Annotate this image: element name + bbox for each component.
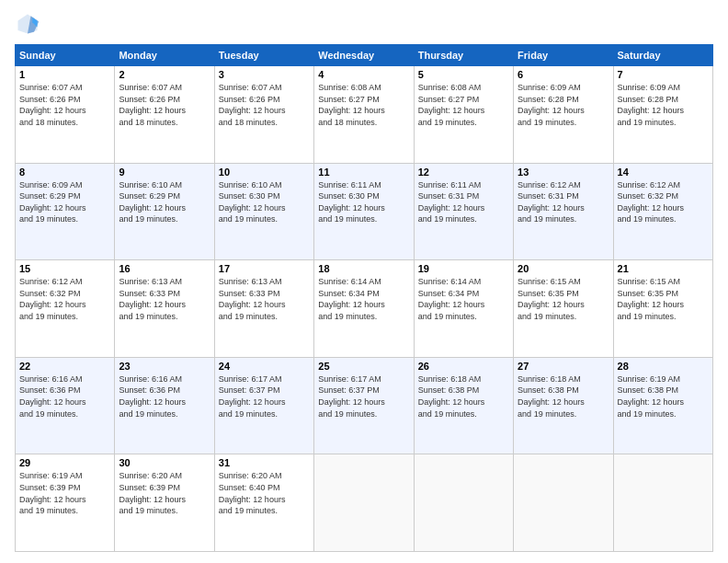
calendar-header-wednesday: Wednesday [314,45,414,66]
sunrise-label: Sunrise: [219,374,252,384]
daylight-label: Daylight: 12 hours [618,300,685,309]
sunrise-time: 6:13 AM [251,277,281,286]
day-number: 27 [518,361,609,372]
calendar-cell: 26 Sunrise: 6:18 AM Sunset: 6:38 PM Dayl… [414,357,513,454]
sunset-label: Sunset: [618,385,648,395]
daylight-minutes: and 19 minutes. [618,118,677,127]
daylight-minutes: and 19 minutes. [219,409,278,419]
day-number: 20 [518,263,609,274]
sunrise-time: 6:07 AM [152,83,182,92]
sunrise-time: 6:16 AM [52,374,83,384]
sunrise-label: Sunrise: [618,180,651,190]
day-number: 3 [219,69,310,80]
sunrise-label: Sunrise: [518,277,551,286]
daylight-minutes: and 19 minutes. [219,506,278,515]
day-info: Sunrise: 6:18 AM Sunset: 6:38 PM Dayligh… [418,373,509,419]
sunset-label: Sunset: [618,191,648,201]
page: SundayMondayTuesdayWednesdayThursdayFrid… [0,0,728,563]
sunset-time: 6:32 PM [50,289,81,298]
day-number: 14 [618,167,709,178]
calendar-header-saturday: Saturday [613,45,712,66]
day-number: 11 [318,167,409,178]
sunset-label: Sunset: [418,289,449,298]
sunset-label: Sunset: [418,385,449,395]
daylight-minutes: and 19 minutes. [318,312,377,321]
sunset-label: Sunset: [618,95,648,104]
sunrise-time: 6:07 AM [251,83,281,92]
daylight-minutes: and 19 minutes. [418,214,477,224]
day-number: 24 [219,361,310,372]
sunset-label: Sunset: [19,385,50,395]
sunrise-time: 6:18 AM [450,374,481,384]
calendar-cell: 28 Sunrise: 6:19 AM Sunset: 6:38 PM Dayl… [613,357,712,454]
day-number: 7 [618,69,709,80]
daylight-minutes: and 18 minutes. [19,118,78,127]
sunrise-label: Sunrise: [418,83,451,92]
calendar-header-friday: Friday [514,45,613,66]
sunset-time: 6:35 PM [648,289,679,298]
sunset-label: Sunset: [518,385,548,395]
calendar-cell: 7 Sunrise: 6:09 AM Sunset: 6:28 PM Dayli… [613,66,712,164]
sunrise-time: 6:19 AM [52,471,83,480]
calendar-cell: 18 Sunrise: 6:14 AM Sunset: 6:34 PM Dayl… [314,260,414,358]
sunrise-label: Sunrise: [219,471,252,480]
calendar-cell: 23 Sunrise: 6:16 AM Sunset: 6:36 PM Dayl… [115,357,214,454]
daylight-label: Daylight: 12 hours [19,495,86,504]
sunrise-time: 6:11 AM [351,180,381,190]
calendar-cell: 29 Sunrise: 6:19 AM Sunset: 6:39 PM Dayl… [16,454,115,552]
day-info: Sunrise: 6:15 AM Sunset: 6:35 PM Dayligh… [618,276,709,322]
sunset-time: 6:30 PM [348,191,380,201]
daylight-label: Daylight: 12 hours [318,300,385,309]
daylight-minutes: and 19 minutes. [518,214,576,224]
day-info: Sunrise: 6:19 AM Sunset: 6:38 PM Dayligh… [618,373,709,419]
calendar-cell: 1 Sunrise: 6:07 AM Sunset: 6:26 PM Dayli… [16,66,115,164]
day-info: Sunrise: 6:09 AM Sunset: 6:28 PM Dayligh… [618,82,709,128]
calendar-cell: 15 Sunrise: 6:12 AM Sunset: 6:32 PM Dayl… [16,260,115,358]
day-number: 30 [119,457,210,468]
daylight-minutes: and 19 minutes. [618,312,677,321]
sunrise-label: Sunrise: [119,277,152,286]
sunset-label: Sunset: [219,191,249,201]
daylight-label: Daylight: 12 hours [219,397,286,407]
daylight-label: Daylight: 12 hours [618,203,685,213]
sunrise-time: 6:15 AM [650,277,680,286]
sunset-time: 6:34 PM [449,289,480,298]
header [15,11,713,37]
calendar-cell: 13 Sunrise: 6:12 AM Sunset: 6:31 PM Dayl… [514,163,613,260]
day-info: Sunrise: 6:13 AM Sunset: 6:33 PM Dayligh… [219,276,310,322]
daylight-minutes: and 19 minutes. [19,409,78,419]
daylight-label: Daylight: 12 hours [518,203,585,213]
sunset-time: 6:34 PM [348,289,380,298]
sunset-label: Sunset: [518,95,548,104]
day-number: 10 [219,167,310,178]
sunset-time: 6:28 PM [548,95,579,104]
sunset-label: Sunset: [318,289,348,298]
calendar-cell: 9 Sunrise: 6:10 AM Sunset: 6:29 PM Dayli… [115,163,214,260]
daylight-label: Daylight: 12 hours [418,300,485,309]
calendar-cell: 25 Sunrise: 6:17 AM Sunset: 6:37 PM Dayl… [314,357,414,454]
sunset-time: 6:33 PM [249,289,280,298]
daylight-minutes: and 19 minutes. [518,312,576,321]
calendar-cell [514,454,613,552]
day-number: 25 [318,361,409,372]
sunrise-label: Sunrise: [219,277,252,286]
daylight-minutes: and 19 minutes. [618,409,677,419]
daylight-label: Daylight: 12 hours [219,106,286,115]
daylight-label: Daylight: 12 hours [418,397,485,407]
day-number: 21 [618,263,709,274]
sunrise-label: Sunrise: [19,83,52,92]
day-info: Sunrise: 6:08 AM Sunset: 6:27 PM Dayligh… [318,82,409,128]
sunset-label: Sunset: [19,483,50,492]
sunset-time: 6:29 PM [50,191,81,201]
sunrise-label: Sunrise: [19,277,52,286]
sunrise-label: Sunrise: [318,83,351,92]
sunrise-time: 6:10 AM [152,180,182,190]
sunrise-time: 6:20 AM [152,471,182,480]
day-info: Sunrise: 6:07 AM Sunset: 6:26 PM Dayligh… [19,82,110,128]
sunset-label: Sunset: [518,289,548,298]
sunset-time: 6:26 PM [50,95,81,104]
day-number: 29 [19,457,110,468]
sunrise-label: Sunrise: [418,277,451,286]
calendar-cell: 19 Sunrise: 6:14 AM Sunset: 6:34 PM Dayl… [414,260,513,358]
daylight-label: Daylight: 12 hours [618,106,685,115]
